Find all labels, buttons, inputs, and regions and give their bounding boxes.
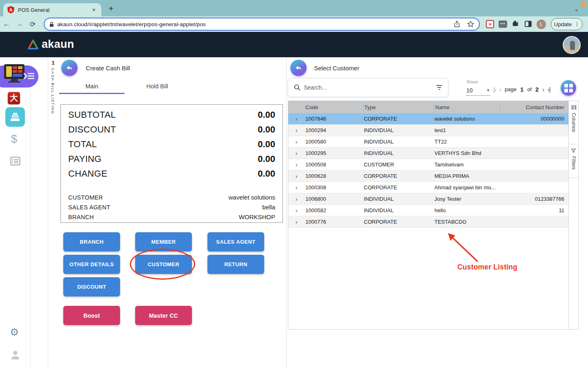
columns-tab[interactable]: Columns (569, 101, 578, 144)
url-text: akaun.cloud/#/applet/tnt/wavelet/erp/pos… (57, 21, 454, 27)
return-button[interactable]: RETURN (207, 255, 264, 274)
row-expand-chevron-icon[interactable]: › (288, 161, 305, 168)
grid-view-button[interactable] (561, 80, 576, 96)
header-type[interactable]: Type (363, 104, 434, 110)
new-tab-button[interactable]: + (109, 4, 114, 13)
tab-hold-bill[interactable]: Hold Bill (125, 80, 190, 95)
bookmark-star-icon[interactable] (467, 21, 474, 27)
total-value: 0.00 (258, 139, 275, 150)
info-value: WORKSHOP (239, 213, 275, 220)
sidebar-item-dai-applet[interactable]: 大 (8, 92, 20, 104)
total-label: PAYING (68, 154, 102, 164)
cell-name: Josy Tester (434, 196, 499, 202)
search-input[interactable] (304, 84, 436, 91)
back-nav-icon[interactable]: ← (0, 20, 13, 28)
annotation-label: Customer Listing (457, 263, 517, 272)
filters-tab[interactable]: Filters (569, 144, 578, 178)
share-icon[interactable] (454, 21, 460, 27)
forward-nav-icon[interactable]: → (13, 20, 26, 28)
table-row[interactable]: › 1000582 INDIVIDUAL hello 11 (288, 205, 568, 216)
table-row[interactable]: › 1006800 INDIVIDUAL Josy Tester 0123387… (288, 193, 568, 205)
header-code[interactable]: Code (305, 104, 363, 110)
customer-table-container: Code Type Name Contact Number › 1007846 … (288, 101, 579, 330)
header-name[interactable]: Name (434, 104, 500, 110)
page-word: page (505, 86, 517, 92)
table-row[interactable]: › 1007846 CORPORATE wavelet solutions 00… (288, 113, 568, 125)
row-expand-chevron-icon[interactable]: › (288, 207, 305, 214)
row-expand-chevron-icon[interactable]: › (288, 195, 305, 202)
total-value: 0.00 (258, 124, 275, 135)
sidebar-item-cash-register[interactable] (5, 107, 25, 127)
discount-button[interactable]: DISCOUNT (63, 277, 120, 296)
cell-type: CORPORATE (363, 184, 434, 191)
row-expand-chevron-icon[interactable]: › (288, 184, 305, 191)
prev-page-icon[interactable]: ‹ (499, 86, 501, 93)
side-panel-icon[interactable] (525, 21, 532, 27)
other-details-button[interactable]: OTHER DETAILS (63, 255, 120, 274)
update-button[interactable]: Update ⋮ (551, 18, 583, 30)
table-side-tabs: Columns Filters (569, 101, 578, 329)
row-expand-chevron-icon[interactable]: › (288, 138, 305, 145)
account-person-icon[interactable] (10, 350, 20, 360)
boost-button[interactable]: Boost (63, 306, 120, 325)
dots-extension-icon[interactable]: ••• (499, 20, 507, 28)
table-row[interactable]: › 1000580 INDIVIDUAL TT22 (288, 136, 568, 148)
select-customer-back-button[interactable] (290, 60, 307, 76)
next-page-icon[interactable]: › (542, 86, 544, 93)
table-row[interactable]: › 1000508 CUSTOMER Tamilselvam (288, 159, 568, 171)
url-bar[interactable]: akaun.cloud/#/applet/tnt/wavelet/erp/pos… (44, 18, 480, 31)
table-row[interactable]: › 1000776 CORPORATE TESTABCDG (288, 216, 568, 228)
cell-code: 1000776 (305, 219, 363, 225)
browser-profile-avatar[interactable]: L (537, 20, 546, 29)
cash-bill-back-button[interactable] (61, 60, 78, 76)
rows-per-page-select[interactable]: 10 ▼ (466, 86, 491, 96)
filter-list-icon[interactable] (436, 85, 442, 90)
customer-search-box[interactable] (288, 78, 448, 97)
row-expand-chevron-icon[interactable]: › (288, 173, 305, 180)
first-page-icon[interactable]: |‹ (493, 86, 496, 93)
brand-name: akaun (42, 38, 74, 51)
settings-gear-icon[interactable]: ⚙ (10, 326, 19, 338)
browser-tab[interactable]: A POS General × (3, 3, 101, 16)
columns-icon (571, 105, 576, 110)
cell-type: INDIVIDUAL (363, 150, 434, 156)
sidebar-item-listing-icon[interactable] (10, 157, 20, 166)
fastforward-extension-icon[interactable]: » (486, 20, 494, 28)
reload-icon[interactable]: ⟳ (26, 20, 39, 29)
total-value: 0.00 (258, 168, 275, 179)
cell-code: 1007846 (305, 116, 363, 122)
cell-type: CORPORATE (363, 219, 434, 225)
branch-button[interactable]: BRANCH (63, 232, 120, 251)
row-expand-chevron-icon[interactable]: › (288, 218, 305, 225)
info-label: CUSTOMER (68, 194, 103, 201)
sidebar-item-payments-dollar-icon[interactable]: $ (11, 133, 17, 146)
row-expand-chevron-icon[interactable]: › (288, 115, 305, 122)
filters-tab-label: Filters (571, 156, 577, 170)
info-label: SALES AGENT (68, 204, 110, 211)
table-row[interactable]: › 1000308 CORPORATE Ahmad syarqawi bin m… (288, 182, 568, 193)
sales-agent-button[interactable]: SALES AGENT (207, 232, 264, 251)
browser-menu-dots-icon: ⋮ (574, 22, 579, 26)
user-avatar[interactable] (563, 36, 581, 54)
table-row[interactable]: › 1000295 INDIVIDUAL VERTHYS Sdn Bhd (288, 148, 568, 159)
table-row[interactable]: › 1000628 CORPORATE MEDIA PRIMA (288, 171, 568, 182)
table-header-row: Code Type Name Contact Number (288, 101, 568, 113)
pos-terminal-icon[interactable] (2, 64, 26, 83)
extensions-puzzle-icon[interactable] (512, 20, 519, 27)
akaun-logo[interactable]: akaun (27, 38, 74, 51)
tab-close-icon[interactable]: × (91, 7, 97, 13)
header-contact-number[interactable]: Contact Number (500, 104, 568, 110)
row-expand-chevron-icon[interactable]: › (288, 150, 305, 157)
cash-bill-title: Create Cash Bill (86, 65, 130, 72)
row-expand-chevron-icon[interactable]: › (288, 127, 305, 134)
cell-type: CORPORATE (363, 173, 434, 179)
table-row[interactable]: › 1000294 INDIVIDUAL test1 (288, 125, 568, 136)
angular-icon: A (7, 6, 14, 13)
cell-type: INDIVIDUAL (363, 196, 434, 202)
tab-search-chevron-icon[interactable]: ⌄ (574, 6, 579, 12)
last-page-icon[interactable]: ›| (548, 86, 550, 93)
dropdown-caret-icon: ▼ (486, 88, 490, 92)
recording-indicator-dot (581, 1, 587, 7)
cash-bill-listing-strip[interactable]: 1 CASH BILL LISTING (48, 57, 57, 368)
master-cc-button[interactable]: Master CC (135, 306, 192, 325)
